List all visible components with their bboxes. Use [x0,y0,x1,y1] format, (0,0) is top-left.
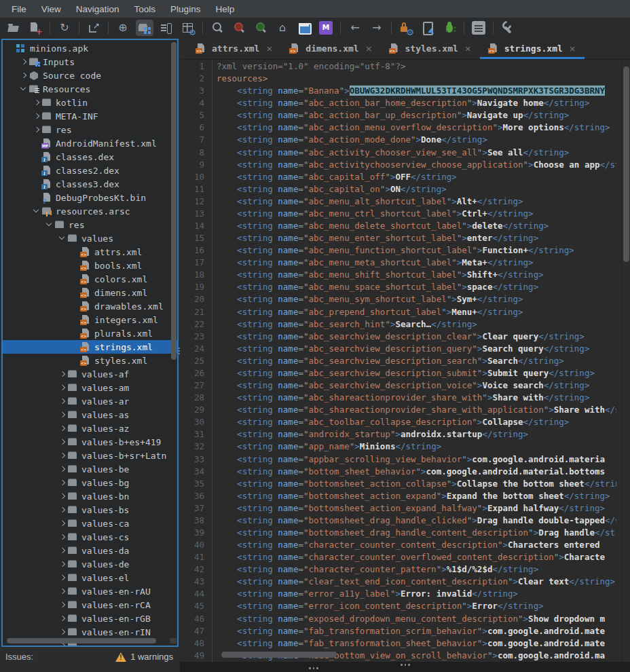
code-line[interactable]: 12 <string name="abc_menu_alt_shortcut_l… [181,195,616,208]
tree-item-drawables.xml[interactable]: <>drawables.xml [3,299,177,313]
tree-item-kotlin[interactable]: kotlin [3,96,177,109]
chevron-right-icon[interactable] [32,111,41,121]
chevron-right-icon[interactable] [58,369,67,379]
tree-item-Source code[interactable]: Source code [3,69,177,82]
chevron-right-icon[interactable] [58,559,67,569]
code-line[interactable]: 2resources> [181,73,616,85]
tree-item-res[interactable]: res [3,218,177,231]
toolbar-bug-button[interactable] [441,20,458,36]
tree-item-plurals.xml[interactable]: <>plurals.xml [3,326,177,340]
tree-item-values-af[interactable]: values-af [3,367,177,381]
code-line[interactable]: 29 <string name="abc_shareactionprovider… [181,404,616,416]
code-line[interactable]: 22 <string name="abc_search_hint">Search… [181,318,616,331]
code-line[interactable]: 42 <string name="character_counter_patte… [181,563,616,576]
toolbar-search-red-button[interactable] [230,20,248,36]
toolbar-arrow-forward-button[interactable]: → [368,20,386,36]
code-line[interactable]: 3 <string name="Banana">OBUWG32DKRDHWMLU… [181,85,616,97]
chevron-right-icon[interactable] [58,464,67,474]
close-icon[interactable]: × [365,43,373,54]
tree-horizontal-scrollbar[interactable] [7,638,156,643]
code-line[interactable]: 25 <string name="abc_searchview_descript… [181,355,616,367]
toolbar-device-button[interactable] [419,20,437,36]
chevron-down-icon[interactable] [45,220,54,229]
code-line[interactable]: 31 <string name="androidx_startup">andro… [181,428,616,441]
menu-help[interactable]: Help [208,2,242,16]
code-line[interactable]: 15 <string name="abc_menu_enter_shortcut… [181,232,616,244]
chevron-right-icon[interactable] [58,519,67,528]
code-line[interactable]: 14 <string name="abc_menu_delete_shortcu… [181,220,616,232]
tree-item-values-bg[interactable]: values-bg [3,476,177,489]
tree-item-resources.arsc[interactable]: resources.arsc [3,204,177,218]
toolbar-wrench-button[interactable] [499,20,517,36]
code-line[interactable]: 32 <string name="app_name">Minions</stri… [181,441,616,453]
tree-item-strings.xml[interactable]: <>strings.xml [3,340,177,354]
tree-item-values-da[interactable]: values-da [3,544,177,557]
code-line[interactable]: 35 <string name="bottomsheet_action_coll… [181,478,616,490]
code-line[interactable]: 28 <string name="abc_shareactionprovider… [181,392,616,404]
toolbar-markdown-button[interactable] [317,20,335,36]
chevron-right-icon[interactable] [58,600,67,610]
tab-attrs.xml[interactable]: <>attrs.xml× [187,37,281,59]
code-line[interactable]: 48 <string name="fab_transformation_shee… [181,637,616,650]
tree-item-DebugProbesKt.bin[interactable]: ?DebugProbesKt.bin [3,191,177,204]
code-line[interactable]: 24 <string name="abc_searchview_descript… [181,343,616,355]
toolbar-home-button[interactable]: ⌂ [274,20,291,36]
tree-item-integers.xml[interactable]: <>integers.xml [3,313,177,326]
toolbar-log-button[interactable] [470,20,487,36]
chevron-right-icon[interactable] [58,478,67,487]
code-line[interactable]: 17 <string name="abc_menu_meta_shortcut_… [181,257,616,269]
warnings-indicator[interactable]: 1 warnings [115,652,173,662]
tree-item-values-en-rAU[interactable]: values-en-rAU [3,584,177,598]
menu-tools[interactable]: Tools [127,2,164,16]
code-line[interactable]: 36 <string name="bottomsheet_action_expa… [181,490,616,502]
code-line[interactable]: 1?xml version="1.0" encoding="utf-8"?> [181,60,616,73]
tab-styles.xml[interactable]: <>styles.xml× [381,37,480,59]
toolbar-arrow-back-button[interactable]: ← [346,20,364,36]
code-line[interactable]: 7 <string name="abc_action_mode_done">Do… [181,134,616,146]
chevron-right-icon[interactable] [58,383,67,392]
chevron-right-icon[interactable] [58,410,67,419]
tree-item-values-b+es+419[interactable]: values-b+es+419 [3,435,177,449]
tree-item-Inputs[interactable]: Inputs [3,55,177,69]
tree-item-META-INF[interactable]: META-INF [3,109,177,123]
tree-item-values-en-rCA[interactable]: values-en-rCA [3,598,177,612]
chevron-right-icon[interactable] [19,71,29,80]
tree-item-res[interactable]: res [3,123,177,136]
tree-item-styles.xml[interactable]: <>styles.xml [3,354,177,367]
code-line[interactable]: 10 <string name="abc_capital_off">OFF</s… [181,171,616,183]
chevron-right-icon[interactable] [58,424,67,433]
chevron-right-icon[interactable] [58,437,67,447]
code-line[interactable]: 13 <string name="abc_menu_ctrl_shortcut_… [181,208,616,220]
menu-file[interactable]: File [4,2,34,16]
chevron-right-icon[interactable] [32,125,41,134]
code-line[interactable]: 11 <string name="abc_capital_on">ON</str… [181,183,616,195]
code-line[interactable]: 37 <string name="bottomsheet_action_expa… [181,502,616,515]
chevron-right-icon[interactable] [58,491,67,501]
menu-view[interactable]: View [34,2,69,16]
editor-horizontal-scrollbar[interactable] [221,652,337,658]
code-line[interactable]: 19 <string name="abc_menu_space_shortcut… [181,281,616,293]
code-line[interactable]: 33 <string name="appbar_scrolling_view_b… [181,453,616,466]
tree-item-values-en-rIN[interactable]: values-en-rIN [3,625,177,639]
menu-navigation[interactable]: Navigation [69,2,127,16]
tree-item-values-b+sr+Latn[interactable]: values-b+sr+Latn [3,449,177,462]
chevron-right-icon[interactable] [32,98,41,107]
tree-item-values-el[interactable]: values-el [3,571,177,584]
code-line[interactable]: 9 <string name="abc_activitychooserview_… [181,159,616,171]
chevron-right-icon[interactable] [58,505,67,515]
tree-vertical-scrollbar[interactable] [171,42,177,360]
toolbar-sync-button[interactable]: ↻ [56,20,73,36]
toolbar-globe-button[interactable]: ⊕ [114,20,132,36]
code-line[interactable]: 18 <string name="abc_menu_shift_shortcut… [181,269,616,281]
code-line[interactable]: 8 <string name="abc_activity_chooser_vie… [181,147,616,159]
editor-vertical-scrollbar[interactable] [621,60,630,662]
close-icon[interactable]: × [464,43,472,54]
tree-item-values-de[interactable]: values-de [3,557,177,571]
tree-item-values-ar[interactable]: values-ar [3,394,177,408]
code-line[interactable]: 46 <string name="exposed_dropdown_menu_c… [181,613,616,625]
code-line[interactable]: 5 <string name="abc_action_bar_up_descri… [181,109,616,122]
chevron-right-icon[interactable] [58,586,67,596]
close-icon[interactable]: × [265,43,273,54]
code-line[interactable]: 21 <string name="abc_prepend_shortcut_la… [181,306,616,318]
tree-item-attrs.xml[interactable]: <>attrs.xml [3,245,177,259]
